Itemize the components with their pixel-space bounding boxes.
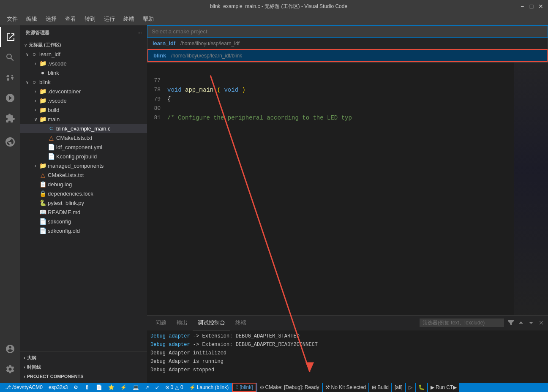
account-icon bbox=[5, 344, 15, 354]
tree-item-debug-log[interactable]: 📋 debug.log bbox=[20, 180, 147, 189]
tree-item-idf-component[interactable]: 📄 idf_component.yml bbox=[20, 142, 147, 152]
status-no-kit[interactable]: ⚒ No Kit Selected bbox=[323, 383, 369, 392]
filter-list-icon[interactable] bbox=[507, 319, 514, 326]
tree-item-cmake-main[interactable]: △ CMakeLists.txt bbox=[20, 133, 147, 142]
tree-label: sdkconfig.old bbox=[48, 228, 80, 234]
code-editor[interactable]: 77 78 void app_main ( void ) bbox=[147, 25, 514, 315]
status-flash[interactable]: ⚡ bbox=[118, 383, 129, 392]
activity-bar bbox=[0, 25, 20, 383]
tab-output[interactable]: 输出 bbox=[172, 316, 193, 330]
activity-source-control[interactable] bbox=[0, 68, 20, 88]
tree-item-readme[interactable]: 📖 README.md bbox=[20, 207, 147, 217]
tree-item-sdkconfig[interactable]: 📄 sdkconfig bbox=[20, 217, 147, 226]
menu-item-查看[interactable]: 查看 bbox=[62, 14, 79, 24]
cmake-item-blink[interactable]: blink /home/liboyu/esp/learn_idf/blink bbox=[147, 49, 548, 62]
close-button[interactable]: ✕ bbox=[538, 3, 544, 9]
activity-extensions[interactable] bbox=[0, 108, 20, 128]
status-build[interactable]: ⊞ Build bbox=[369, 383, 391, 392]
tree-label: main bbox=[48, 116, 60, 122]
cmake-project-input[interactable] bbox=[147, 25, 548, 38]
section-project-components[interactable]: › PROJECT COMPONENTS bbox=[20, 372, 147, 381]
activity-account[interactable] bbox=[0, 339, 20, 359]
activity-run[interactable] bbox=[0, 88, 20, 108]
menu-item-文件[interactable]: 文件 bbox=[3, 14, 21, 24]
status-all[interactable]: [all] bbox=[392, 383, 405, 392]
status-chip[interactable]: esp32s3 bbox=[46, 383, 70, 392]
sidebar-more-icon[interactable]: ··· bbox=[137, 30, 142, 35]
arrow-icon: ∨ bbox=[32, 117, 39, 122]
tree-label: idf_component.yml bbox=[56, 144, 102, 150]
chevron-up-icon[interactable] bbox=[518, 319, 524, 326]
maximize-button[interactable]: □ bbox=[529, 3, 534, 9]
tree-label: README.md bbox=[48, 209, 80, 215]
activity-remote[interactable] bbox=[0, 132, 20, 152]
status-run-ct[interactable]: ▶ Run CT▶ bbox=[428, 383, 460, 392]
log-icon: 📋 bbox=[39, 181, 46, 188]
status-doc[interactable]: 📄 bbox=[93, 383, 105, 392]
section-timeline[interactable]: › 时间线 bbox=[20, 362, 147, 372]
tab-debug-console[interactable]: 调试控制台 bbox=[193, 316, 230, 330]
blink-label: [blink] bbox=[240, 384, 253, 390]
menu-item-选择[interactable]: 选择 bbox=[42, 14, 60, 24]
arrow-icon: › bbox=[32, 163, 39, 168]
status-run-btn[interactable]: ▷ bbox=[406, 383, 415, 392]
workspace-arrow: ∨ bbox=[22, 43, 29, 47]
close-panel-icon[interactable] bbox=[538, 319, 545, 326]
window-title: blink_example_main.c - 无标题 (工作区) - Visua… bbox=[38, 3, 519, 10]
panel-filter-input[interactable] bbox=[420, 318, 504, 327]
menu-item-终端[interactable]: 终端 bbox=[120, 14, 138, 24]
status-blink-selected[interactable]: ⑄ [blink] bbox=[232, 383, 256, 392]
tree-item-build[interactable]: › 📁 build bbox=[20, 105, 147, 114]
workspace-root[interactable]: ∨ 无标题 (工作区) bbox=[20, 40, 147, 49]
activity-search[interactable] bbox=[0, 47, 20, 68]
tree-item-blink-main-c[interactable]: C blink_example_main.c bbox=[20, 124, 147, 133]
menu-item-转到[interactable]: 转到 bbox=[81, 14, 99, 24]
cmake-item-learn_idf[interactable]: learn_idf /home/liboyu/esp/learn_idf bbox=[147, 38, 548, 49]
tree-item-vscode-2[interactable]: › 📁 .vscode bbox=[20, 96, 147, 105]
status-monitor[interactable]: 💻 bbox=[130, 383, 142, 392]
menu-item-编辑[interactable]: 编辑 bbox=[23, 14, 41, 24]
status-star[interactable]: ⭐ bbox=[106, 383, 117, 392]
tree-item-sdkconfig-old[interactable]: 📄 sdkconfig.old bbox=[20, 226, 147, 235]
status-cmake[interactable]: ⊙ CMake: [Debug]: Ready bbox=[257, 383, 322, 392]
menu-item-运行[interactable]: 运行 bbox=[101, 14, 118, 24]
status-upload[interactable]: ↗ bbox=[142, 383, 152, 392]
tree-item-devcontainer[interactable]: › 📁 .devcontainer bbox=[20, 87, 147, 96]
status-debug-btn[interactable]: 🐛 bbox=[416, 383, 427, 392]
tree-item-kconfig[interactable]: 📄 Kconfig.projbuild bbox=[20, 152, 147, 161]
tab-terminal[interactable]: 终端 bbox=[230, 316, 251, 330]
blink-icon: ⑄ bbox=[235, 384, 238, 390]
section-outline[interactable]: › 大纲 bbox=[20, 353, 147, 362]
tree-item-vscode-1[interactable]: › 📁 .vscode bbox=[20, 59, 147, 68]
tree-item-deps-lock[interactable]: 🔒 dependencies.lock bbox=[20, 189, 147, 198]
status-errors[interactable]: ⊗ 0 △ 0 bbox=[163, 383, 185, 392]
line-content: { bbox=[167, 95, 511, 104]
tab-problems[interactable]: 问题 bbox=[150, 316, 172, 330]
status-port[interactable]: ⎇ /dev/ttyACM0 bbox=[3, 383, 45, 392]
tree-label: managed_components bbox=[48, 163, 104, 169]
tree-item-blink-1[interactable]: ● blink bbox=[20, 68, 147, 77]
activity-bar-bottom bbox=[0, 339, 20, 383]
tree-item-main[interactable]: ∨ 📁 main bbox=[20, 114, 147, 124]
tree-item-cmake-top[interactable]: △ CMakeLists.txt bbox=[20, 170, 147, 180]
tree-item-blink-root[interactable]: ∨ ○ blink bbox=[20, 77, 147, 87]
status-settings[interactable]: ⚙ bbox=[71, 383, 81, 392]
tree-item-learn_idf-root[interactable]: ∨ ○ learn_idf bbox=[20, 49, 147, 59]
status-launch[interactable]: ⚡ Launch (blink) bbox=[187, 383, 231, 392]
menu-item-帮助[interactable]: 帮助 bbox=[139, 14, 157, 24]
tree-item-managed[interactable]: › 📁 managed_components bbox=[20, 161, 147, 170]
tree-item-pytest[interactable]: 🐍 pytest_blink.py bbox=[20, 198, 147, 207]
line-content: void app_main ( void ) bbox=[167, 85, 511, 95]
sidebar-header-icons: ··· bbox=[137, 30, 142, 35]
minimize-button[interactable]: − bbox=[519, 3, 525, 9]
status-download[interactable]: ↙ bbox=[153, 383, 162, 392]
activity-explorer[interactable] bbox=[0, 27, 20, 47]
cmake-item-name: learn_idf /home/liboyu/esp/learn_idf bbox=[153, 40, 543, 46]
cmake-item-name: blink /home/liboyu/esp/learn_idf/blink bbox=[153, 52, 542, 59]
activity-settings[interactable] bbox=[0, 359, 20, 379]
tree-label: Kconfig.projbuild bbox=[56, 153, 97, 160]
chevron-down-icon[interactable] bbox=[528, 319, 534, 326]
status-trash[interactable] bbox=[82, 383, 93, 392]
tree-label: .vscode bbox=[48, 60, 67, 67]
tree-label: pytest_blink.py bbox=[48, 200, 84, 206]
